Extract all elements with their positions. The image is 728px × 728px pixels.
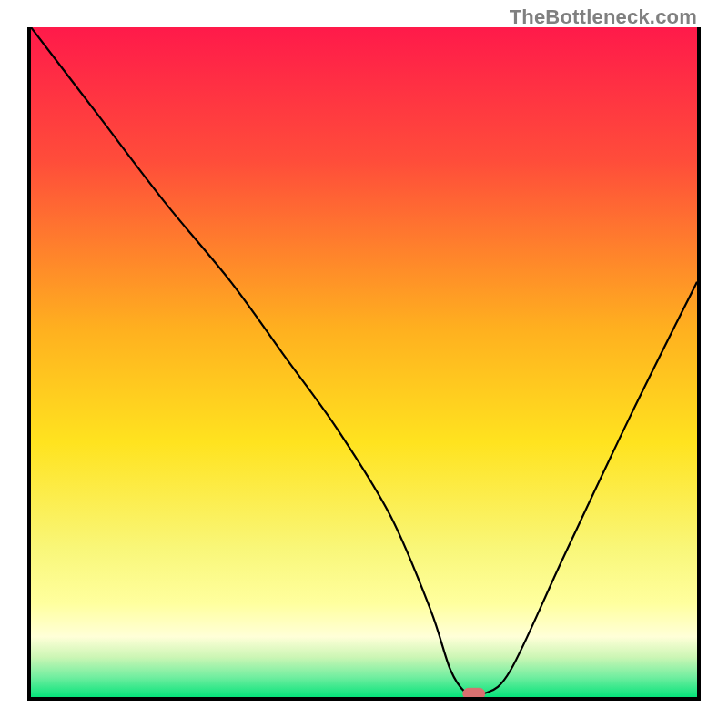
chart-frame [27, 27, 701, 701]
watermark-text: TheBottleneck.com [510, 5, 697, 29]
